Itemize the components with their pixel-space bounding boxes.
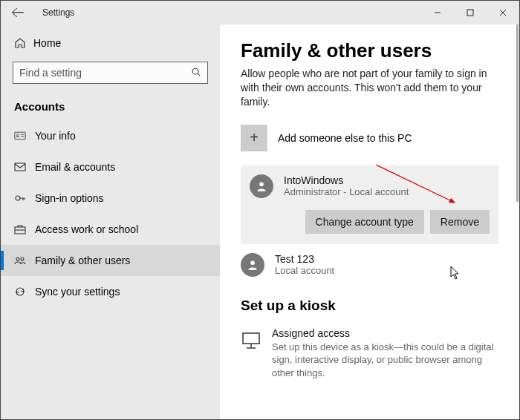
main-panel: Family & other users Allow people who ar… [220, 24, 519, 419]
kiosk-row[interactable]: Assigned access Set up this device as a … [241, 327, 498, 380]
avatar-icon [241, 253, 264, 277]
key-icon [14, 192, 35, 204]
sidebar-section-header: Accounts [1, 91, 220, 120]
svg-point-4 [192, 68, 198, 74]
user-subtitle: Administrator - Local account [284, 186, 409, 197]
briefcase-icon [14, 223, 35, 235]
sidebar-item-family-other-users[interactable]: Family & other users [1, 245, 220, 276]
sidebar-item-label: Family & other users [35, 255, 130, 266]
sync-icon [14, 286, 35, 298]
minimize-button[interactable] [421, 1, 454, 24]
page-description: Allow people who are not part of your fa… [241, 67, 498, 109]
remove-button[interactable]: Remove [430, 210, 490, 234]
sidebar-item-label: Email & accounts [35, 161, 115, 173]
svg-point-7 [17, 134, 19, 137]
home-label: Home [33, 37, 61, 49]
change-account-type-button[interactable]: Change account type [305, 210, 424, 234]
home-nav[interactable]: Home [1, 29, 220, 57]
svg-point-11 [16, 196, 20, 200]
sidebar-item-signin-options[interactable]: Sign-in options [1, 183, 220, 214]
plus-icon: + [241, 125, 267, 151]
svg-point-19 [259, 182, 264, 186]
mail-icon [14, 161, 35, 173]
sidebar-item-label: Access work or school [35, 223, 138, 235]
svg-rect-1 [467, 10, 473, 16]
svg-line-5 [198, 73, 200, 76]
close-button[interactable] [487, 1, 519, 24]
title-bar: 🡠 Settings [1, 1, 519, 24]
user-name: Test 123 [275, 253, 334, 265]
kiosk-title: Assigned access [272, 327, 498, 339]
window-controls [421, 1, 519, 24]
selected-user-card: IntoWindows Administrator - Local accoun… [241, 165, 498, 244]
sidebar-item-label: Sync your settings [35, 286, 120, 298]
add-user-row[interactable]: + Add someone else to this PC [241, 121, 498, 155]
sidebar-item-label: Your info [35, 130, 76, 142]
kiosk-description: Set up this device as a kiosk—this could… [272, 341, 498, 380]
maximize-button[interactable] [454, 1, 487, 24]
person-card-icon [14, 130, 35, 142]
sidebar: Home Find a setting Accounts Your info E… [1, 24, 220, 419]
user-name: IntoWindows [284, 174, 409, 186]
svg-rect-10 [15, 163, 25, 171]
user-subtitle: Local account [275, 265, 334, 276]
user-row[interactable]: IntoWindows Administrator - Local accoun… [250, 174, 490, 198]
home-icon [14, 37, 33, 49]
window-title: Settings [42, 7, 74, 18]
add-user-label: Add someone else to this PC [278, 132, 412, 144]
monitor-icon [241, 327, 261, 354]
search-placeholder: Find a setting [19, 67, 191, 79]
svg-point-17 [16, 257, 19, 260]
scrollbar[interactable] [516, 24, 519, 418]
svg-rect-6 [15, 132, 25, 140]
svg-point-20 [250, 260, 255, 265]
back-button[interactable]: 🡠 [11, 5, 27, 21]
svg-rect-21 [243, 333, 259, 344]
search-icon [191, 67, 201, 79]
sidebar-item-sync-settings[interactable]: Sync your settings [1, 276, 220, 307]
sidebar-item-email-accounts[interactable]: Email & accounts [1, 151, 220, 183]
kiosk-section-title: Set up a kiosk [241, 298, 498, 314]
sidebar-item-label: Sign-in options [35, 192, 104, 204]
sidebar-item-access-work-school[interactable]: Access work or school [1, 214, 220, 245]
avatar-icon [250, 174, 273, 198]
other-user-row[interactable]: Test 123 Local account [241, 253, 498, 277]
search-input[interactable]: Find a setting [13, 62, 208, 84]
page-title: Family & other users [241, 39, 498, 62]
svg-point-18 [21, 257, 24, 260]
people-icon [14, 255, 35, 266]
sidebar-item-your-info[interactable]: Your info [1, 120, 220, 151]
